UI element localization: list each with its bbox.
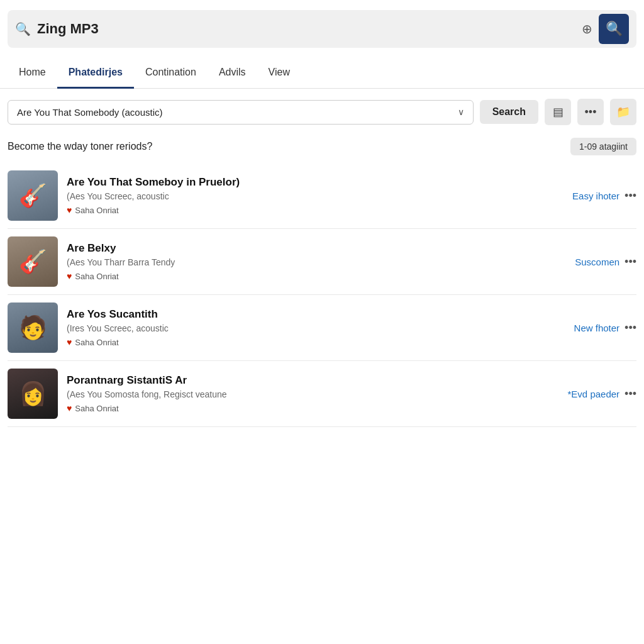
song-info: Are Belxy (Aes You Tharr Barra Tendy ♥ S… <box>67 242 566 281</box>
list-icon: ▤ <box>553 105 564 119</box>
search-bar: 🔍 Zing MP3 ⊕ 🔍 <box>8 10 636 48</box>
nav-tabs: HomePhatedirjesContinationAdvilsView <box>0 58 644 89</box>
liked-by: Saha Onriat <box>75 404 118 413</box>
results-label: Become the wday toner reriods? <box>8 141 152 152</box>
heart-icon: ♥ <box>67 337 72 347</box>
history-icon[interactable]: ⊕ <box>582 21 592 36</box>
song-action-label[interactable]: Suscomen <box>575 257 619 267</box>
dropdown-value: Are You That Somebody (acoustic) <box>17 107 163 118</box>
folder-button[interactable]: 📁 <box>610 99 636 125</box>
heart-icon: ♥ <box>67 271 72 281</box>
song-more-button[interactable]: ••• <box>625 189 636 203</box>
song-like: ♥ Saha Onriat <box>67 205 564 215</box>
song-item[interactable]: 🧑 Are Yos Sucantith (Ires You Screec, ac… <box>8 295 636 361</box>
nav-tab-contination[interactable]: Contination <box>134 58 208 89</box>
folder-icon: 📁 <box>616 105 630 119</box>
song-like: ♥ Saha Onriat <box>67 271 566 281</box>
song-dropdown[interactable]: Are You That Somebody (acoustic) ∨ <box>8 100 474 125</box>
song-thumbnail: 👩 <box>8 369 58 419</box>
search-button[interactable]: Search <box>480 100 538 124</box>
song-info: Are You That Someboy in Pruelor) (Aes Yo… <box>67 176 564 215</box>
song-action-label[interactable]: Easy ihoter <box>572 191 619 201</box>
song-more-button[interactable]: ••• <box>625 255 636 269</box>
song-more-button[interactable]: ••• <box>625 387 636 401</box>
song-meta: New fhoter ••• <box>574 321 636 335</box>
song-meta: *Evd paeder ••• <box>568 387 636 401</box>
app-title: Zing MP3 <box>37 21 582 37</box>
song-title: Are You That Someboy in Pruelor) <box>67 176 564 189</box>
filter-row: Are You That Somebody (acoustic) ∨ Searc… <box>0 89 644 135</box>
song-thumbnail: 🎸 <box>8 170 58 221</box>
song-title: Porantnarg SistantiS Ar <box>67 374 559 387</box>
search-icon: 🔍 <box>15 21 31 36</box>
song-item[interactable]: 👩 Porantnarg SistantiS Ar (Aes You Somos… <box>8 361 636 427</box>
liked-by: Saha Onriat <box>75 338 118 347</box>
more-options-button[interactable]: ••• <box>577 99 604 125</box>
song-like: ♥ Saha Onriat <box>67 403 559 413</box>
chevron-down-icon: ∨ <box>458 107 464 117</box>
song-list: 🎸 Are You That Someboy in Pruelor) (Aes … <box>0 163 644 427</box>
song-title: Are Yos Sucantith <box>67 308 565 321</box>
song-info: Are Yos Sucantith (Ires You Screec, acou… <box>67 308 565 347</box>
liked-by: Saha Onriat <box>75 272 118 281</box>
results-count: 1-09 atagiint <box>570 138 636 155</box>
song-subtitle: (Ires You Screec, acoustic <box>67 323 565 333</box>
search-submit-button[interactable]: 🔍 <box>599 14 629 44</box>
song-action-label[interactable]: *Evd paeder <box>568 389 620 399</box>
song-subtitle: (Aes You Somosta fong, Regisct veatune <box>67 389 559 399</box>
nav-tab-advils[interactable]: Advils <box>208 58 257 89</box>
song-meta: Suscomen ••• <box>575 255 636 269</box>
song-more-button[interactable]: ••• <box>625 321 636 335</box>
liked-by: Saha Onriat <box>75 206 118 215</box>
song-thumbnail: 🧑 <box>8 303 58 353</box>
song-info: Porantnarg SistantiS Ar (Aes You Somosta… <box>67 374 559 413</box>
search-bar-actions: ⊕ 🔍 <box>582 14 629 44</box>
list-view-button[interactable]: ▤ <box>545 99 571 125</box>
song-item[interactable]: 🎸 Are Belxy (Aes You Tharr Barra Tendy ♥… <box>8 229 636 295</box>
song-like: ♥ Saha Onriat <box>67 337 565 347</box>
heart-icon: ♥ <box>67 205 72 215</box>
nav-tab-view[interactable]: View <box>257 58 301 89</box>
song-subtitle: (Aes You Tharr Barra Tendy <box>67 257 566 267</box>
nav-tab-home[interactable]: Home <box>8 58 57 89</box>
song-subtitle: (Aes You Screec, acoustic <box>67 191 564 201</box>
ellipsis-icon: ••• <box>585 106 597 119</box>
song-thumbnail: 🎸 <box>8 236 58 287</box>
results-header: Become the wday toner reriods? 1-09 atag… <box>0 135 644 163</box>
nav-tab-phatedirjes[interactable]: Phatedirjes <box>57 58 134 89</box>
heart-icon: ♥ <box>67 403 72 413</box>
song-meta: Easy ihoter ••• <box>572 189 636 203</box>
song-title: Are Belxy <box>67 242 566 255</box>
song-item[interactable]: 🎸 Are You That Someboy in Pruelor) (Aes … <box>8 163 636 229</box>
song-action-label[interactable]: New fhoter <box>574 323 620 333</box>
